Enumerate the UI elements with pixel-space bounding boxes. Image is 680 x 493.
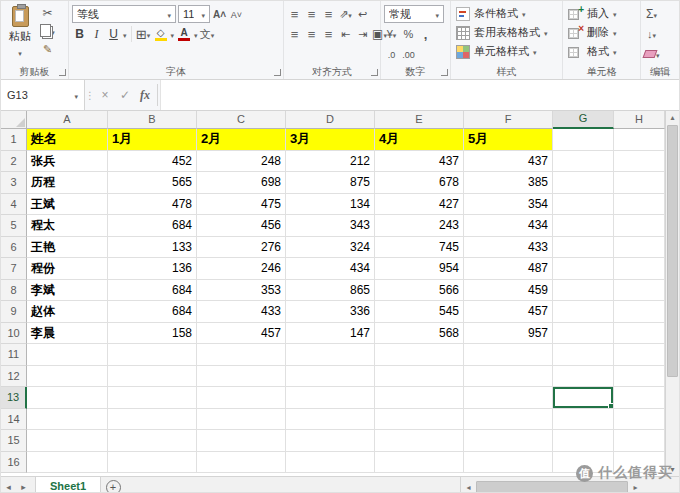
cell-H12[interactable] [614, 366, 665, 388]
cell-F7[interactable]: 487 [464, 258, 553, 280]
row-header-8[interactable]: 8 [1, 280, 27, 302]
decrease-font-button[interactable] [229, 6, 244, 23]
cell-D1[interactable]: 3月 [286, 129, 375, 151]
cell-F6[interactable]: 433 [464, 237, 553, 259]
decrease-indent-button[interactable] [338, 26, 353, 43]
vertical-scrollbar[interactable]: ▴ ▾ [665, 111, 679, 476]
cell-H9[interactable] [614, 301, 665, 323]
cell-G2[interactable] [553, 151, 614, 173]
cell-A8[interactable]: 李斌 [27, 280, 108, 302]
cell-B6[interactable]: 133 [108, 237, 197, 259]
fill-button[interactable] [644, 26, 659, 43]
paste-button[interactable]: 粘贴 [4, 4, 36, 58]
cell-D10[interactable]: 147 [286, 323, 375, 345]
cell-A12[interactable] [27, 366, 108, 388]
cell-C6[interactable]: 276 [197, 237, 286, 259]
cell-D6[interactable]: 324 [286, 237, 375, 259]
delete-cells-button[interactable]: × 删除 [566, 23, 637, 42]
cell-G8[interactable] [553, 280, 614, 302]
cell-D15[interactable] [286, 430, 375, 452]
column-header-G[interactable]: G [553, 111, 614, 129]
cell-A10[interactable]: 李晨 [27, 323, 108, 345]
column-header-F[interactable]: F [464, 111, 553, 129]
cell-F16[interactable] [464, 452, 553, 474]
cell-G15[interactable] [553, 430, 614, 452]
cell-G5[interactable] [553, 215, 614, 237]
cell-B9[interactable]: 684 [108, 301, 197, 323]
cell-F13[interactable] [464, 387, 553, 409]
cell-E3[interactable]: 678 [375, 172, 464, 194]
cell-C14[interactable] [197, 409, 286, 431]
cell-A2[interactable]: 张兵 [27, 151, 108, 173]
cell-G11[interactable] [553, 344, 614, 366]
cell-C12[interactable] [197, 366, 286, 388]
cell-F8[interactable]: 459 [464, 280, 553, 302]
scroll-up-icon[interactable]: ▴ [666, 111, 679, 124]
formula-input[interactable] [160, 80, 679, 110]
cell-E10[interactable]: 568 [375, 323, 464, 345]
row-header-15[interactable]: 15 [1, 430, 27, 452]
cell-G6[interactable] [553, 237, 614, 259]
select-all-corner[interactable] [1, 111, 27, 129]
cell-B3[interactable]: 565 [108, 172, 197, 194]
cell-G7[interactable] [553, 258, 614, 280]
italic-button[interactable]: I [89, 26, 104, 43]
cell-H1[interactable] [614, 129, 665, 151]
cell-C8[interactable]: 353 [197, 280, 286, 302]
increase-indent-button[interactable] [355, 26, 370, 43]
row-header-16[interactable]: 16 [1, 452, 27, 474]
cell-F4[interactable]: 354 [464, 194, 553, 216]
row-header-9[interactable]: 9 [1, 301, 27, 323]
cell-A3[interactable]: 历程 [27, 172, 108, 194]
cell-B2[interactable]: 452 [108, 151, 197, 173]
cell-F14[interactable] [464, 409, 553, 431]
formula-bar-resize-handle[interactable]: ⋮ [85, 80, 95, 110]
cell-E11[interactable] [375, 344, 464, 366]
cell-D3[interactable]: 875 [286, 172, 375, 194]
cell-D14[interactable] [286, 409, 375, 431]
cell-A11[interactable] [27, 344, 108, 366]
dialog-launcher-icon[interactable] [274, 69, 281, 76]
format-as-table-button[interactable]: 套用表格格式 [454, 23, 559, 42]
row-header-4[interactable]: 4 [1, 194, 27, 216]
row-header-1[interactable]: 1 [1, 129, 27, 151]
cell-B8[interactable]: 684 [108, 280, 197, 302]
cell-E14[interactable] [375, 409, 464, 431]
cell-C4[interactable]: 475 [197, 194, 286, 216]
orientation-button[interactable] [338, 6, 353, 23]
cell-C15[interactable] [197, 430, 286, 452]
dialog-launcher-icon[interactable] [441, 69, 448, 76]
cell-E13[interactable] [375, 387, 464, 409]
row-header-3[interactable]: 3 [1, 172, 27, 194]
dialog-launcher-icon[interactable] [371, 69, 378, 76]
cell-F1[interactable]: 5月 [464, 129, 553, 151]
insert-function-button[interactable]: fx [135, 80, 155, 110]
conditional-formatting-button[interactable]: 条件格式 [454, 4, 559, 23]
row-header-11[interactable]: 11 [1, 344, 27, 366]
cell-G13[interactable] [553, 387, 614, 409]
insert-cells-button[interactable]: + 插入 [566, 4, 637, 23]
row-header-6[interactable]: 6 [1, 237, 27, 259]
cell-B10[interactable]: 158 [108, 323, 197, 345]
cell-C13[interactable] [197, 387, 286, 409]
copy-button[interactable] [40, 22, 55, 39]
cell-H13[interactable] [614, 387, 665, 409]
row-header-10[interactable]: 10 [1, 323, 27, 345]
sheet-nav-right-icon[interactable]: ▸ [16, 477, 31, 493]
column-header-A[interactable]: A [27, 111, 108, 129]
cell-D7[interactable]: 434 [286, 258, 375, 280]
align-left-button[interactable] [287, 26, 302, 43]
cell-A5[interactable]: 程太 [27, 215, 108, 237]
accounting-format-button[interactable] [384, 26, 399, 43]
cell-D8[interactable]: 865 [286, 280, 375, 302]
cell-C7[interactable]: 246 [197, 258, 286, 280]
cell-H6[interactable] [614, 237, 665, 259]
cell-B11[interactable] [108, 344, 197, 366]
column-header-C[interactable]: C [197, 111, 286, 129]
cell-F5[interactable]: 434 [464, 215, 553, 237]
align-bottom-button[interactable] [321, 6, 336, 23]
cell-G9[interactable] [553, 301, 614, 323]
cell-B15[interactable] [108, 430, 197, 452]
cell-A4[interactable]: 王斌 [27, 194, 108, 216]
align-right-button[interactable] [321, 26, 336, 43]
